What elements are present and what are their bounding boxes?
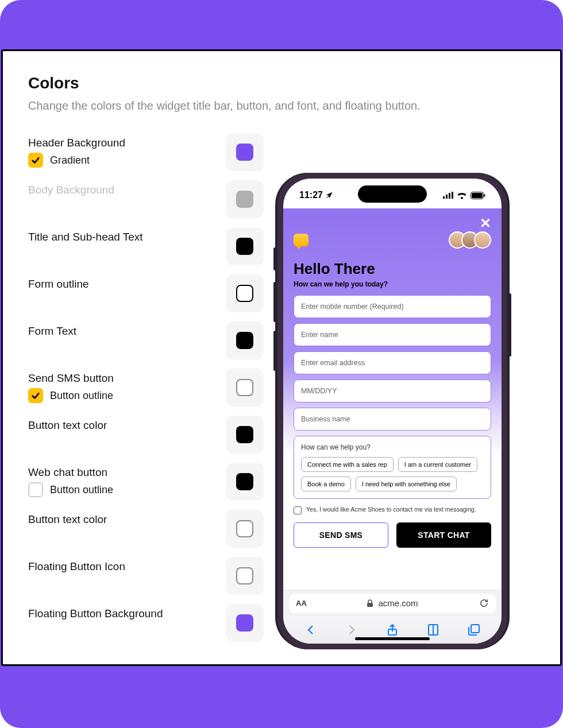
color-swatch[interactable] [226,369,264,406]
color-swatch[interactable] [226,510,264,548]
option-chip[interactable]: Connect me with a sales rep [301,457,394,472]
setting-label: Send SMS button [28,372,114,385]
date-field[interactable]: MM/DD/YY [294,380,491,402]
home-indicator [355,637,430,640]
back-icon[interactable] [304,623,318,637]
setting-label: Header Background [28,137,125,149]
setting-checkbox[interactable] [28,388,43,403]
setting-sublabel: Gradient [50,154,90,166]
color-swatch[interactable] [226,463,264,501]
svg-point-4 [461,197,463,199]
svg-rect-1 [446,195,448,199]
color-swatch[interactable] [226,416,264,454]
tabs-icon[interactable] [467,623,481,637]
setting-label: Title and Sub-head Text [28,231,143,243]
option-chip[interactable]: I am a current customer [398,457,477,472]
svg-rect-2 [449,193,450,199]
status-time: 11:27 [299,190,323,200]
svg-rect-0 [443,196,445,199]
phone-preview: 11:27 ✕ [277,173,507,649]
browser-url-bar: AA acme.com [283,590,502,616]
section-subtitle: Change the colors of the widget title ba… [28,99,535,113]
setting-label: Floating Button Icon [28,560,125,573]
brand-logo-icon [294,234,309,246]
widget-subtitle: How can we help you today? [294,280,491,288]
svg-rect-7 [484,194,485,197]
options-question: How can we help you? [301,443,484,451]
share-icon[interactable] [385,623,399,637]
option-chip[interactable]: Book a demo [301,477,351,491]
close-icon[interactable]: ✕ [480,215,491,231]
url-host: acme.com [378,598,418,608]
color-swatch[interactable] [226,604,264,642]
setting-label: Floating Button Background [28,607,163,620]
setting-label: Body Background [28,184,114,196]
setting-sublabel: Button outline [50,390,113,402]
forward-icon[interactable] [345,623,358,637]
setting-label: Form Text [28,325,76,338]
svg-rect-3 [452,192,453,199]
option-chip[interactable]: I need help with something else [356,477,457,491]
name-field[interactable]: Enter name [294,323,491,346]
business-field[interactable]: Business name [294,408,491,431]
wifi-icon [457,192,467,199]
consent-text: Yes, I would like Acme Shoes to contact … [306,506,476,513]
setting-label: Web chat button [28,466,113,479]
send-sms-button[interactable]: SEND SMS [294,522,388,548]
reload-icon[interactable] [479,598,489,608]
section-title: Colors [28,74,535,92]
color-swatch[interactable] [226,274,264,312]
options-box: How can we help you? Connect me with a s… [294,436,491,499]
text-size-icon[interactable]: AA [296,599,307,607]
setting-label: Button text color [28,419,107,432]
color-swatch[interactable] [226,322,264,359]
svg-rect-8 [367,603,373,607]
lock-icon [367,599,373,607]
location-icon [325,191,333,199]
setting-label: Form outline [28,278,89,291]
widget-title: Hello There [294,260,491,278]
url-pill[interactable]: AA acme.com [289,594,496,613]
start-chat-button[interactable]: START CHAT [396,522,491,548]
consent-checkbox[interactable] [294,506,302,514]
bookmarks-icon[interactable] [426,623,440,637]
setting-sublabel: Button outline [50,484,113,496]
color-swatch[interactable] [226,557,264,595]
cellular-icon [443,192,453,199]
svg-rect-10 [471,625,479,633]
setting-checkbox[interactable] [28,482,43,497]
agent-avatars [449,231,491,249]
battery-icon [471,192,485,199]
phone-notch [358,185,427,203]
setting-label: Button text color [28,513,107,526]
color-swatch[interactable] [226,133,264,171]
svg-rect-6 [472,193,483,198]
setting-checkbox[interactable] [28,153,43,168]
color-swatch[interactable] [226,180,264,218]
mobile-field[interactable]: Enter mobile number (Required) [294,295,491,318]
email-field[interactable]: Enter email address [294,351,491,374]
color-swatch[interactable] [226,227,264,265]
